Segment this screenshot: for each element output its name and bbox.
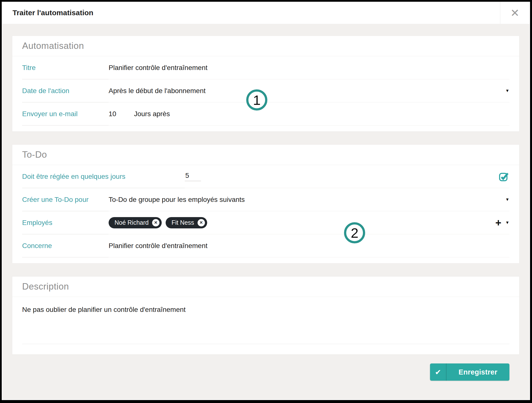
title-input[interactable]: Planifier contrôle d'entraînement [109, 64, 207, 72]
employees-label: Employés [22, 219, 109, 227]
dialog-body: Automatisation Titre Planifier contrôle … [2, 24, 530, 400]
due-days-input[interactable]: 5 [185, 172, 201, 181]
annotation-step-1: 1 [246, 89, 267, 111]
employee-chip-name: Noé Richard [115, 219, 149, 226]
close-button[interactable]: ✕ [500, 2, 530, 24]
remove-employee-icon[interactable]: ✕ [152, 219, 159, 226]
checked-checkbox-icon[interactable] [498, 171, 509, 182]
concerns-label: Concerne [22, 242, 109, 250]
title-row: Titre Planifier contrôle d'entraînement [22, 56, 509, 79]
employees-row: Employés Noé Richard ✕ Fit Ness ✕ [22, 211, 509, 234]
create-todo-for-select[interactable]: To-Do de groupe pour les employés suivan… [109, 196, 245, 204]
todo-section: To-Do Doit être réglée en quelques jours… [12, 144, 519, 264]
dialog-header: Traiter l'automatisation ✕ [2, 2, 530, 24]
concerns-value[interactable]: Planifier contrôle d'entraînement [109, 242, 207, 250]
remove-employee-icon[interactable]: ✕ [198, 219, 205, 226]
automation-dialog: Traiter l'automatisation ✕ Automatisatio… [2, 2, 530, 400]
due-days-label: Doit être réglée en quelques jours [22, 173, 185, 181]
add-employee-icon[interactable]: + [495, 218, 502, 228]
automation-section: Automatisation Titre Planifier contrôle … [12, 36, 519, 132]
due-days-row: Doit être réglée en quelques jours 5 [22, 165, 509, 188]
create-todo-for-label: Créer une To-Do pour [22, 196, 109, 204]
description-section: Description Ne pas oublier de planifier … [12, 276, 519, 355]
chevron-down-icon[interactable]: ▼ [505, 89, 509, 93]
concerns-row: Concerne Planifier contrôle d'entraîneme… [22, 234, 509, 257]
create-todo-for-row: Créer une To-Do pour To-Do de groupe pou… [22, 188, 509, 211]
employee-chip-name: Fit Ness [172, 219, 194, 226]
description-textarea[interactable]: Ne pas oublier de planifier un contrôle … [22, 297, 509, 344]
chevron-down-icon[interactable]: ▼ [505, 221, 509, 225]
action-date-select[interactable]: Après le début de l'abonnement [109, 87, 206, 95]
employee-chip: Noé Richard ✕ [109, 217, 162, 228]
save-button[interactable]: ✔ Enregistrer [430, 363, 509, 381]
send-email-label: Envoyer un e-mail [22, 110, 109, 118]
annotation-step-2: 2 [344, 222, 365, 243]
chevron-down-icon[interactable]: ▼ [505, 197, 509, 202]
send-email-row: Envoyer un e-mail 10 Jours après [22, 102, 509, 125]
employee-chips: Noé Richard ✕ Fit Ness ✕ [109, 217, 207, 228]
close-icon: ✕ [510, 7, 519, 19]
screenshot-frame: Traiter l'automatisation ✕ Automatisatio… [0, 0, 532, 403]
dialog-title: Traiter l'automatisation [2, 9, 93, 17]
days-after-label: Jours après [134, 110, 170, 118]
check-icon: ✔ [430, 363, 446, 381]
dialog-footer: ✔ Enregistrer [12, 355, 519, 381]
action-date-label: Date de l'action [22, 87, 109, 95]
days-count-input[interactable]: 10 [109, 110, 116, 118]
todo-rows: Doit être réglée en quelques jours 5 Cré… [12, 165, 519, 263]
title-label: Titre [22, 64, 109, 72]
save-button-label: Enregistrer [446, 368, 509, 376]
automation-rows: Titre Planifier contrôle d'entraînement … [12, 56, 519, 131]
add-employee-controls: + ▼ [495, 218, 509, 228]
description-section-title: Description [12, 277, 519, 297]
employee-chip: Fit Ness ✕ [166, 217, 207, 228]
todo-section-title: To-Do [12, 145, 519, 165]
automation-section-title: Automatisation [12, 36, 519, 56]
